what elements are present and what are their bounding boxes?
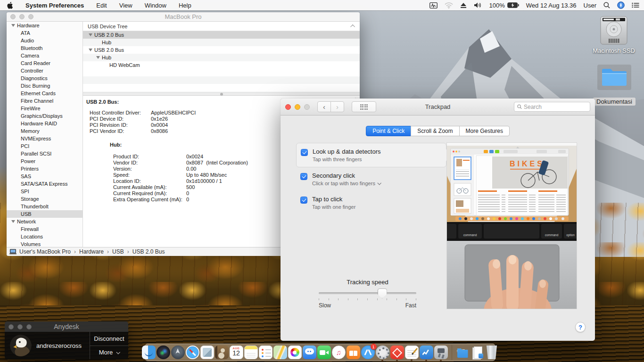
- collapse-chevron-icon[interactable]: [350, 25, 355, 29]
- dock-mail[interactable]: [200, 346, 214, 359]
- dock-facetime[interactable]: [317, 346, 331, 359]
- tree-row[interactable]: Hub: [83, 54, 360, 61]
- sidebar-item[interactable]: Locations: [7, 233, 83, 240]
- sidebar-group-hardware[interactable]: Hardware: [7, 22, 83, 29]
- minimize-button[interactable]: [295, 104, 300, 110]
- back-button[interactable]: ‹: [317, 101, 331, 112]
- app-menu-title[interactable]: System Preferences: [25, 2, 84, 9]
- search-field[interactable]: [514, 102, 590, 112]
- tree-row[interactable]: Hub: [83, 39, 360, 46]
- sidebar-item[interactable]: Firewall: [7, 225, 83, 233]
- desktop-icon-dokumentasi[interactable]: Dokumentasi: [592, 65, 637, 106]
- dock-ibooks[interactable]: [347, 346, 360, 359]
- dock-downloads-stack[interactable]: [471, 346, 484, 359]
- menu-clock[interactable]: Wed 12 Aug 13.36: [526, 2, 577, 9]
- compass-status-icon[interactable]: [617, 1, 625, 9]
- battery-icon[interactable]: [507, 2, 519, 8]
- tracking-speed-slider[interactable]: [319, 292, 416, 294]
- dock-textedit[interactable]: [405, 346, 419, 359]
- disclosure-triangle-icon[interactable]: [96, 56, 100, 59]
- sidebar-item[interactable]: Power: [7, 157, 83, 165]
- sidebar-item[interactable]: Camera: [7, 52, 83, 59]
- wifi-icon[interactable]: [445, 2, 453, 8]
- sidebar-item[interactable]: Card Reader: [7, 59, 83, 67]
- sidebar-item[interactable]: FireWire: [7, 105, 83, 112]
- breadcrumb-item[interactable]: User's MacBook Pro: [19, 248, 71, 255]
- sidebar-item[interactable]: Graphics/Displays: [7, 112, 83, 120]
- disclosure-triangle-icon[interactable]: [11, 24, 15, 27]
- user-menu[interactable]: User: [584, 2, 596, 9]
- sidebar-item[interactable]: ATA: [7, 29, 83, 37]
- sidebar-item[interactable]: NVMExpress: [7, 135, 83, 142]
- tree-row[interactable]: USB 2.0 Bus: [83, 46, 360, 54]
- volume-icon[interactable]: [474, 2, 482, 8]
- sidebar-item[interactable]: Audio: [7, 37, 83, 44]
- menu-item[interactable]: View: [119, 2, 132, 9]
- secondary-click-checkbox[interactable]: [300, 173, 307, 180]
- usb-device-tree-header[interactable]: USB Device Tree: [83, 22, 360, 31]
- dock-maps[interactable]: [273, 346, 287, 359]
- dock-siri[interactable]: [157, 346, 170, 359]
- minimize-button[interactable]: [17, 324, 23, 329]
- tree-row[interactable]: USB 2.0 Bus: [83, 31, 360, 39]
- sidebar-item[interactable]: Thunderbolt: [7, 203, 83, 210]
- option-look-up[interactable]: Look up & data detectors Tap with three …: [296, 143, 446, 167]
- anydesk-titlebar[interactable]: Anydesk: [5, 321, 128, 332]
- menu-item[interactable]: Help: [179, 2, 191, 9]
- option-subtitle[interactable]: Click or tap with two fingers: [312, 181, 380, 186]
- dock-notes[interactable]: [244, 346, 258, 359]
- menu-item[interactable]: Edit: [96, 2, 107, 9]
- more-button[interactable]: More: [90, 346, 128, 360]
- disclosure-triangle-icon[interactable]: [89, 33, 92, 36]
- tap-to-click-checkbox[interactable]: [300, 197, 307, 204]
- sidebar-item[interactable]: PCI: [7, 142, 83, 150]
- dock-anydesk[interactable]: [390, 346, 404, 359]
- tab[interactable]: Scroll & Zoom: [411, 126, 459, 136]
- sidebar-item[interactable]: SPI: [7, 188, 83, 195]
- sidebar-item[interactable]: Disc Burning: [7, 82, 83, 90]
- dock-reminders[interactable]: [259, 346, 272, 359]
- forward-button[interactable]: ›: [330, 101, 344, 112]
- apple-menu[interactable]: [7, 1, 13, 9]
- sidebar-item[interactable]: Hardware RAID: [7, 120, 83, 127]
- dock-calendar[interactable]: AUG 12: [230, 346, 243, 359]
- sidebar-item[interactable]: Volumes: [7, 240, 83, 247]
- dock-archive-utility[interactable]: [434, 346, 448, 359]
- sidebar-item[interactable]: Parallel SCSI: [7, 150, 83, 157]
- sidebar-group-network[interactable]: Network: [7, 218, 83, 225]
- pane-splitter[interactable]: [83, 92, 360, 96]
- close-button[interactable]: [8, 324, 14, 329]
- sidebar-item[interactable]: USB: [7, 210, 83, 218]
- sidebar-item[interactable]: Fibre Channel: [7, 97, 83, 105]
- disclosure-triangle-icon[interactable]: [11, 220, 15, 223]
- dock-intel-power-gadget[interactable]: [420, 346, 433, 359]
- dock-launchpad[interactable]: [171, 346, 185, 359]
- close-button[interactable]: [285, 104, 291, 110]
- sidebar-item[interactable]: SATA/SATA Express: [7, 180, 83, 188]
- notification-list-icon[interactable]: [632, 2, 639, 8]
- breadcrumb-item[interactable]: USB 2.0 Bus: [124, 248, 165, 255]
- dock-documents-folder[interactable]: [456, 346, 470, 359]
- dock-safari[interactable]: [186, 346, 199, 359]
- dock-app-store[interactable]: 1: [361, 346, 375, 359]
- trackpad-titlebar[interactable]: ‹ › Trackpad: [281, 99, 595, 115]
- zoom-button[interactable]: [304, 104, 310, 110]
- option-secondary-click[interactable]: Secondary click Click or tap with two fi…: [296, 172, 446, 186]
- option-tap-to-click[interactable]: Tap to click Tap with one finger: [296, 196, 446, 210]
- sidebar-item[interactable]: SAS: [7, 173, 83, 180]
- sidebar-item[interactable]: Printers: [7, 165, 83, 173]
- breadcrumb-item[interactable]: Hardware: [71, 248, 104, 255]
- sidebar-item[interactable]: Diagnostics: [7, 74, 83, 82]
- look-up-checkbox[interactable]: [301, 149, 308, 156]
- breadcrumb-item[interactable]: USB: [104, 248, 124, 255]
- chevron-down-icon[interactable]: [377, 181, 381, 185]
- tree-row[interactable]: HD WebCam: [83, 61, 360, 69]
- system-information-titlebar[interactable]: MacBook Pro: [7, 12, 360, 22]
- help-button[interactable]: ?: [575, 322, 586, 332]
- menu-item[interactable]: Window: [145, 2, 166, 9]
- sidebar-item[interactable]: Bluetooth: [7, 44, 83, 52]
- eject-icon[interactable]: [460, 2, 467, 8]
- activity-monitor-icon[interactable]: [429, 2, 438, 8]
- dock-finder[interactable]: [142, 346, 156, 359]
- dock-messages[interactable]: [303, 346, 316, 359]
